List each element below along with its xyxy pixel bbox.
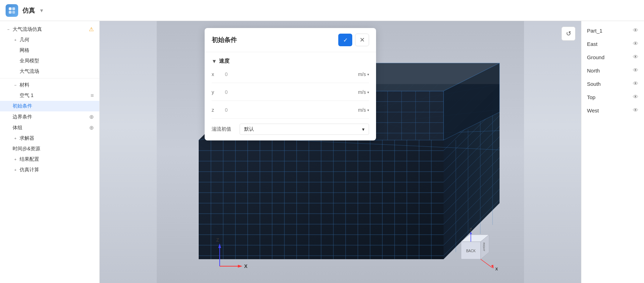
sidebar-item-body-group[interactable]: 体组 ⊕	[0, 122, 99, 133]
divider-1	[0, 78, 99, 78]
sidebar-item-result-config[interactable]: + 结果配置	[0, 154, 99, 165]
collapse-icon: −	[6, 27, 11, 32]
sidebar-item-geometry[interactable]: + 几何	[0, 35, 99, 45]
eye-icon-south[interactable]: 👁	[633, 81, 638, 87]
sidebar-badge-body[interactable]: ⊕	[89, 124, 94, 131]
velocity-x-input[interactable]	[222, 70, 358, 78]
right-panel-label-south: South	[587, 81, 633, 87]
turbulence-label: 湍流初值	[212, 126, 240, 132]
sidebar-badge-boundary[interactable]: ⊕	[89, 113, 94, 120]
sidebar-label-geometry: 几何	[20, 37, 94, 43]
velocity-z-label: z	[212, 107, 222, 113]
velocity-z-input[interactable]	[222, 106, 358, 114]
velocity-y-input[interactable]	[222, 88, 358, 96]
velocity-section-header[interactable]: ▼ 速度	[212, 58, 369, 64]
right-panel-item-west[interactable]: West 👁	[581, 104, 644, 117]
expand-icon-solver: +	[13, 136, 18, 141]
topbar: 仿真 ▼	[0, 0, 644, 21]
velocity-y-row: y m/s ▾	[212, 88, 369, 101]
sidebar-label-initial-cond: 初始条件	[13, 103, 94, 109]
velocity-y-unit[interactable]: m/s ▾	[358, 89, 369, 95]
sidebar-item-atm-field[interactable]: 大气流场	[0, 66, 99, 77]
right-panel-item-north[interactable]: North 👁	[581, 64, 644, 77]
collapse-icon-material: −	[13, 82, 18, 88]
right-panel-label-east: East	[587, 41, 633, 47]
velocity-y-unit-label: m/s	[358, 89, 366, 95]
right-panel-label-part1: Part_1	[587, 28, 633, 34]
expand-icon-result: +	[13, 157, 18, 162]
sidebar: − 大气流场仿真 ⚠ + 几何 网格 全局模型 大气流场 − 材料 空气 1 ≡…	[0, 21, 100, 283]
dialog-close-button[interactable]: ✕	[355, 34, 369, 46]
sidebar-label-body-group: 体组	[13, 125, 89, 131]
right-panel-item-east[interactable]: East 👁	[581, 37, 644, 50]
sidebar-label-atm-field: 大气流场	[20, 68, 94, 75]
dialog-title: 初始条件	[212, 36, 338, 44]
sidebar-item-solver[interactable]: + 求解器	[0, 133, 99, 144]
sidebar-label-solver: 求解器	[20, 135, 94, 142]
eye-icon-ground[interactable]: 👁	[633, 54, 638, 60]
svg-rect-3	[12, 11, 15, 14]
initial-conditions-dialog: 初始条件 ✓ ✕ ▼ 速度	[205, 28, 376, 140]
app-icon	[6, 4, 18, 17]
sidebar-label-global-model: 全局模型	[20, 58, 94, 64]
velocity-section-label: 速度	[219, 58, 229, 64]
turbulence-select[interactable]: 默认 ▾	[240, 124, 369, 135]
sidebar-label-timestep: 时间步&资源	[13, 146, 94, 152]
velocity-z-unit[interactable]: m/s ▾	[358, 107, 369, 113]
confirm-icon: ✓	[343, 37, 348, 43]
right-panel-item-top[interactable]: Top 👁	[581, 90, 644, 104]
close-icon: ✕	[360, 36, 365, 44]
right-panel-item-part1[interactable]: Part_1 👁	[581, 24, 644, 37]
velocity-x-label: x	[212, 71, 222, 77]
velocity-y-unit-arrow: ▾	[367, 90, 369, 94]
eye-icon-part1[interactable]: 👁	[633, 27, 638, 34]
sidebar-label-material: 材料	[20, 82, 94, 88]
turbulence-dropdown-arrow: ▾	[362, 126, 365, 132]
velocity-z-unit-arrow: ▾	[367, 108, 369, 112]
eye-icon-north[interactable]: 👁	[633, 67, 638, 74]
sidebar-item-air1[interactable]: 空气 1 ≡	[0, 90, 99, 101]
eye-icon-top[interactable]: 👁	[633, 94, 638, 100]
topbar-arrow[interactable]: ▼	[39, 8, 44, 13]
velocity-z-unit-label: m/s	[358, 107, 366, 113]
sidebar-item-initial-cond[interactable]: 初始条件	[0, 101, 99, 111]
dialog-overlay: 初始条件 ✓ ✕ ▼ 速度	[100, 21, 581, 283]
velocity-x-unit-arrow: ▾	[367, 73, 369, 76]
sidebar-item-mesh[interactable]: 网格	[0, 45, 99, 56]
sidebar-item-timestep[interactable]: 时间步&资源	[0, 144, 99, 154]
velocity-x-row: x m/s ▾	[212, 70, 369, 83]
dialog-body: ▼ 速度 x m/s ▾	[205, 52, 376, 140]
sidebar-item-sim-calc[interactable]: + 仿真计算	[0, 165, 99, 175]
velocity-y-label: y	[212, 89, 222, 95]
sidebar-label-boundary-cond: 边界条件	[13, 114, 89, 120]
dialog-header: 初始条件 ✓ ✕	[205, 28, 376, 52]
right-panel-item-south[interactable]: South 👁	[581, 77, 644, 90]
right-panel-label-top: Top	[587, 94, 633, 100]
turbulence-row: 湍流初值 默认 ▾	[212, 124, 369, 135]
sidebar-label-atmosphere-sim: 大气流场仿真	[13, 26, 89, 33]
right-panel-item-ground[interactable]: Ground 👁	[581, 50, 644, 64]
svg-rect-0	[9, 7, 12, 10]
eye-icon-west[interactable]: 👁	[633, 107, 638, 113]
center-area: Z X Z BACK RIGHT	[100, 21, 581, 283]
turbulence-value: 默认	[244, 126, 254, 132]
sidebar-item-boundary-cond[interactable]: 边界条件 ⊕	[0, 111, 99, 122]
eye-icon-east[interactable]: 👁	[633, 41, 638, 47]
sidebar-badge-warning: ⚠	[89, 26, 94, 33]
expand-icon-geometry: +	[13, 37, 18, 43]
right-panel-label-west: West	[587, 108, 633, 113]
velocity-z-row: z m/s ▾	[212, 106, 369, 119]
app-title: 仿真	[22, 6, 35, 15]
dialog-confirm-button[interactable]: ✓	[338, 34, 352, 46]
sidebar-badge-air1: ≡	[91, 92, 94, 99]
viewport[interactable]: Z X Z BACK RIGHT	[100, 21, 581, 283]
right-panel: Part_1 👁 East 👁 Ground 👁 North 👁 South 👁…	[581, 21, 644, 283]
sidebar-item-material[interactable]: − 材料	[0, 80, 99, 90]
sidebar-item-atmosphere-sim[interactable]: − 大气流场仿真 ⚠	[0, 24, 99, 35]
velocity-x-unit[interactable]: m/s ▾	[358, 71, 369, 77]
right-panel-label-ground: Ground	[587, 54, 633, 60]
sidebar-item-global-model[interactable]: 全局模型	[0, 56, 99, 66]
sidebar-label-result-config: 结果配置	[20, 156, 94, 163]
sidebar-label-sim-calc: 仿真计算	[20, 167, 94, 173]
expand-icon-sim-calc: +	[13, 167, 18, 173]
